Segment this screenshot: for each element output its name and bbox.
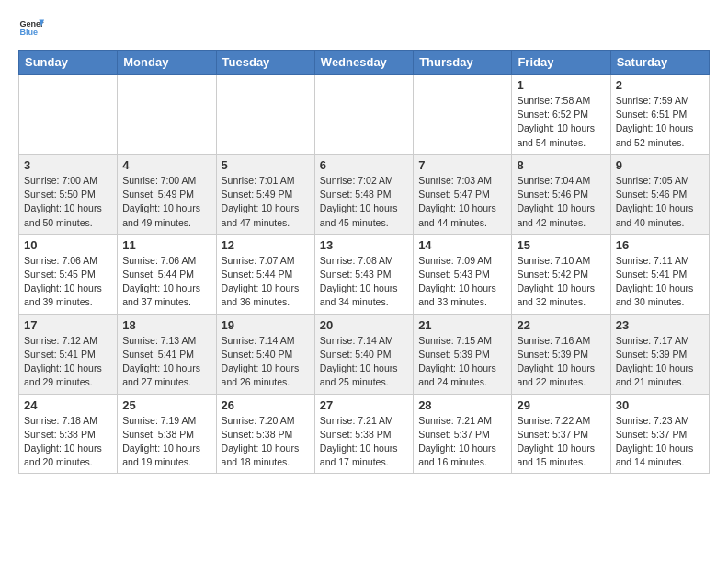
- day-info: Sunrise: 7:22 AM Sunset: 5:37 PM Dayligh…: [517, 414, 605, 470]
- day-number: 30: [616, 398, 704, 412]
- day-info: Sunrise: 7:02 AM Sunset: 5:48 PM Dayligh…: [320, 174, 408, 230]
- day-info: Sunrise: 7:14 AM Sunset: 5:40 PM Dayligh…: [222, 334, 310, 390]
- calendar-cell: 2Sunrise: 7:59 AM Sunset: 6:51 PM Daylig…: [610, 75, 709, 155]
- calendar-cell: 13Sunrise: 7:08 AM Sunset: 5:43 PM Dayli…: [314, 234, 413, 314]
- day-info: Sunrise: 7:06 AM Sunset: 5:45 PM Dayligh…: [24, 254, 112, 310]
- day-number: 1: [517, 78, 605, 92]
- day-number: 12: [222, 238, 310, 252]
- day-info: Sunrise: 7:20 AM Sunset: 5:38 PM Dayligh…: [222, 414, 310, 470]
- weekday-header: Tuesday: [216, 51, 314, 75]
- day-info: Sunrise: 7:59 AM Sunset: 6:51 PM Dayligh…: [616, 94, 704, 150]
- calendar-cell: 17Sunrise: 7:12 AM Sunset: 5:41 PM Dayli…: [19, 314, 118, 394]
- weekday-header: Thursday: [414, 51, 512, 75]
- day-number: 18: [122, 318, 210, 332]
- day-info: Sunrise: 7:11 AM Sunset: 5:41 PM Dayligh…: [616, 254, 704, 310]
- calendar-week-row: 1Sunrise: 7:58 AM Sunset: 6:52 PM Daylig…: [19, 75, 710, 155]
- day-number: 15: [517, 238, 605, 252]
- calendar-cell: 26Sunrise: 7:20 AM Sunset: 5:38 PM Dayli…: [216, 394, 314, 474]
- calendar-cell: [118, 75, 216, 155]
- day-info: Sunrise: 7:14 AM Sunset: 5:40 PM Dayligh…: [320, 334, 408, 390]
- day-info: Sunrise: 7:15 AM Sunset: 5:39 PM Dayligh…: [418, 334, 506, 390]
- calendar-cell: 3Sunrise: 7:00 AM Sunset: 5:50 PM Daylig…: [19, 154, 118, 234]
- calendar-cell: 19Sunrise: 7:14 AM Sunset: 5:40 PM Dayli…: [216, 314, 314, 394]
- day-number: 25: [122, 398, 210, 412]
- calendar-cell: 21Sunrise: 7:15 AM Sunset: 5:39 PM Dayli…: [414, 314, 512, 394]
- calendar-table: SundayMondayTuesdayWednesdayThursdayFrid…: [18, 50, 710, 474]
- day-number: 19: [222, 318, 310, 332]
- day-number: 28: [418, 398, 506, 412]
- day-number: 11: [122, 238, 210, 252]
- day-number: 8: [517, 158, 605, 172]
- day-number: 13: [320, 238, 408, 252]
- calendar-cell: 7Sunrise: 7:03 AM Sunset: 5:47 PM Daylig…: [414, 154, 512, 234]
- calendar-cell: 30Sunrise: 7:23 AM Sunset: 5:37 PM Dayli…: [610, 394, 709, 474]
- calendar-cell: 6Sunrise: 7:02 AM Sunset: 5:48 PM Daylig…: [314, 154, 413, 234]
- calendar-cell: [19, 75, 118, 155]
- calendar-week-row: 10Sunrise: 7:06 AM Sunset: 5:45 PM Dayli…: [19, 234, 710, 314]
- day-info: Sunrise: 7:03 AM Sunset: 5:47 PM Dayligh…: [418, 174, 506, 230]
- day-info: Sunrise: 7:21 AM Sunset: 5:37 PM Dayligh…: [418, 414, 506, 470]
- calendar-week-row: 17Sunrise: 7:12 AM Sunset: 5:41 PM Dayli…: [19, 314, 710, 394]
- day-number: 29: [517, 398, 605, 412]
- day-info: Sunrise: 7:07 AM Sunset: 5:44 PM Dayligh…: [222, 254, 310, 310]
- day-number: 16: [616, 238, 704, 252]
- calendar-cell: 5Sunrise: 7:01 AM Sunset: 5:49 PM Daylig…: [216, 154, 314, 234]
- day-info: Sunrise: 7:00 AM Sunset: 5:49 PM Dayligh…: [122, 174, 210, 230]
- day-info: Sunrise: 7:16 AM Sunset: 5:39 PM Dayligh…: [517, 334, 605, 390]
- day-info: Sunrise: 7:17 AM Sunset: 5:39 PM Dayligh…: [616, 334, 704, 390]
- calendar-header: SundayMondayTuesdayWednesdayThursdayFrid…: [19, 51, 710, 75]
- day-number: 17: [24, 318, 112, 332]
- calendar-cell: 10Sunrise: 7:06 AM Sunset: 5:45 PM Dayli…: [19, 234, 118, 314]
- day-info: Sunrise: 7:12 AM Sunset: 5:41 PM Dayligh…: [24, 334, 112, 390]
- day-number: 26: [222, 398, 310, 412]
- day-info: Sunrise: 7:06 AM Sunset: 5:44 PM Dayligh…: [122, 254, 210, 310]
- calendar-cell: [314, 75, 413, 155]
- day-info: Sunrise: 7:13 AM Sunset: 5:41 PM Dayligh…: [122, 334, 210, 390]
- day-info: Sunrise: 7:05 AM Sunset: 5:46 PM Dayligh…: [616, 174, 704, 230]
- calendar-cell: 8Sunrise: 7:04 AM Sunset: 5:46 PM Daylig…: [512, 154, 610, 234]
- calendar-cell: 18Sunrise: 7:13 AM Sunset: 5:41 PM Dayli…: [118, 314, 216, 394]
- calendar-cell: 20Sunrise: 7:14 AM Sunset: 5:40 PM Dayli…: [314, 314, 413, 394]
- weekday-header: Saturday: [610, 51, 709, 75]
- calendar-cell: 11Sunrise: 7:06 AM Sunset: 5:44 PM Dayli…: [118, 234, 216, 314]
- day-info: Sunrise: 7:08 AM Sunset: 5:43 PM Dayligh…: [320, 254, 408, 310]
- calendar-cell: 23Sunrise: 7:17 AM Sunset: 5:39 PM Dayli…: [610, 314, 709, 394]
- day-number: 24: [24, 398, 112, 412]
- day-number: 23: [616, 318, 704, 332]
- calendar-cell: 25Sunrise: 7:19 AM Sunset: 5:38 PM Dayli…: [118, 394, 216, 474]
- calendar-week-row: 24Sunrise: 7:18 AM Sunset: 5:38 PM Dayli…: [19, 394, 710, 474]
- day-info: Sunrise: 7:09 AM Sunset: 5:43 PM Dayligh…: [418, 254, 506, 310]
- day-number: 22: [517, 318, 605, 332]
- calendar-cell: 4Sunrise: 7:00 AM Sunset: 5:49 PM Daylig…: [118, 154, 216, 234]
- weekday-header: Friday: [512, 51, 610, 75]
- calendar-cell: 24Sunrise: 7:18 AM Sunset: 5:38 PM Dayli…: [19, 394, 118, 474]
- day-number: 4: [122, 158, 210, 172]
- day-number: 6: [320, 158, 408, 172]
- day-number: 21: [418, 318, 506, 332]
- calendar-cell: 14Sunrise: 7:09 AM Sunset: 5:43 PM Dayli…: [414, 234, 512, 314]
- day-number: 2: [616, 78, 704, 92]
- calendar-week-row: 3Sunrise: 7:00 AM Sunset: 5:50 PM Daylig…: [19, 154, 710, 234]
- day-number: 9: [616, 158, 704, 172]
- day-info: Sunrise: 7:58 AM Sunset: 6:52 PM Dayligh…: [517, 94, 605, 150]
- day-info: Sunrise: 7:21 AM Sunset: 5:38 PM Dayligh…: [320, 414, 408, 470]
- calendar-body: 1Sunrise: 7:58 AM Sunset: 6:52 PM Daylig…: [19, 75, 710, 474]
- day-number: 7: [418, 158, 506, 172]
- day-info: Sunrise: 7:23 AM Sunset: 5:37 PM Dayligh…: [616, 414, 704, 470]
- calendar-cell: 22Sunrise: 7:16 AM Sunset: 5:39 PM Dayli…: [512, 314, 610, 394]
- day-number: 5: [222, 158, 310, 172]
- calendar-cell: 16Sunrise: 7:11 AM Sunset: 5:41 PM Dayli…: [610, 234, 709, 314]
- day-info: Sunrise: 7:10 AM Sunset: 5:42 PM Dayligh…: [517, 254, 605, 310]
- day-info: Sunrise: 7:04 AM Sunset: 5:46 PM Dayligh…: [517, 174, 605, 230]
- weekday-header: Wednesday: [314, 51, 413, 75]
- calendar-cell: 12Sunrise: 7:07 AM Sunset: 5:44 PM Dayli…: [216, 234, 314, 314]
- header: General Blue: [18, 15, 710, 40]
- calendar-cell: [414, 75, 512, 155]
- day-number: 14: [418, 238, 506, 252]
- day-info: Sunrise: 7:00 AM Sunset: 5:50 PM Dayligh…: [24, 174, 112, 230]
- day-number: 27: [320, 398, 408, 412]
- logo: General Blue: [18, 15, 44, 40]
- day-info: Sunrise: 7:18 AM Sunset: 5:38 PM Dayligh…: [24, 414, 112, 470]
- day-number: 3: [24, 158, 112, 172]
- page-container: General Blue SundayMondayTuesdayWednesda…: [0, 0, 728, 483]
